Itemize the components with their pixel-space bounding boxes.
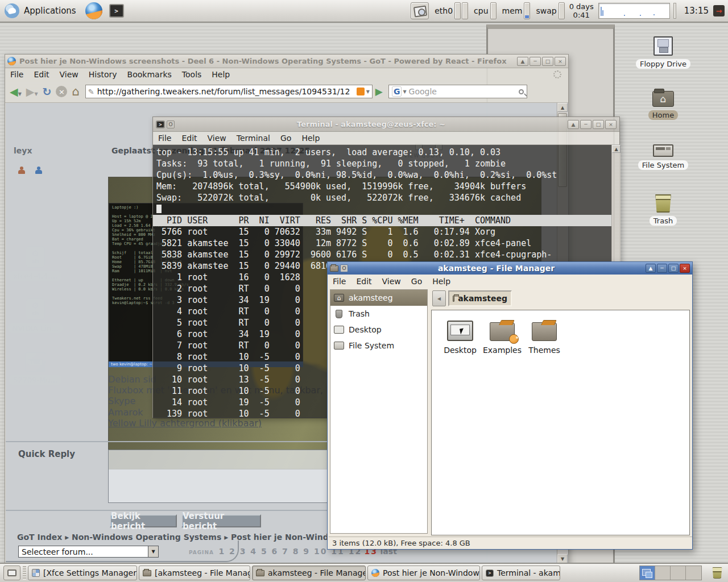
menu-history[interactable]: History: [84, 68, 122, 81]
view-message-button[interactable]: Bekijk bericht: [110, 514, 177, 527]
terminal-titlebar[interactable]: > O Terminal - akamsteeg@zeus-xfce: ~ ▲ …: [153, 117, 619, 132]
examples-mascot-icon: [509, 334, 519, 344]
maximize-button[interactable]: □: [668, 264, 679, 273]
menu-view[interactable]: View: [55, 68, 84, 81]
task-button-file-manager-min[interactable]: [akamsteeg - File Manag...: [139, 566, 250, 580]
desktop-icon-file-system[interactable]: File System: [636, 144, 690, 170]
close-button[interactable]: ×: [680, 264, 690, 273]
minimize-button[interactable]: ─: [657, 264, 667, 273]
menu-go[interactable]: Go: [275, 132, 296, 144]
search-bar[interactable]: G ▼ Google: [388, 85, 527, 98]
trash-icon: [336, 310, 342, 318]
menu-bookmarks[interactable]: Bookmarks: [122, 68, 177, 81]
menu-edit[interactable]: Edit: [176, 132, 202, 144]
minimize-button[interactable]: ─: [580, 120, 592, 129]
google-logo-icon[interactable]: G: [392, 86, 402, 97]
panel-separator: [673, 3, 676, 19]
minimize-button[interactable]: ─: [530, 57, 541, 66]
menu-file[interactable]: File: [153, 132, 176, 144]
terminal-launcher-icon[interactable]: >: [109, 4, 124, 18]
shade-button[interactable]: ▲: [646, 264, 656, 273]
file-item-desktop[interactable]: Desktop: [441, 321, 479, 355]
workspace-3[interactable]: [671, 566, 686, 580]
workspace-pager[interactable]: [639, 566, 702, 580]
menu-edit[interactable]: Edit: [28, 68, 54, 81]
sidebar-item-desktop[interactable]: Desktop: [330, 322, 427, 338]
shade-button[interactable]: ▲: [568, 120, 579, 129]
file-manager-view[interactable]: Desktop Examples Themes: [431, 310, 690, 535]
search-dropdown-icon[interactable]: ▼: [403, 89, 406, 94]
menu-go[interactable]: Go: [406, 275, 427, 288]
scroll-up-button[interactable]: ▲: [612, 145, 621, 153]
desktop-icon-floppy-drive[interactable]: Floppy Drive: [636, 36, 690, 69]
file-manager-menubar: File Edit View Go Help: [328, 275, 692, 288]
menu-help[interactable]: Help: [206, 68, 235, 81]
desktop-icon-trash[interactable]: Trash: [636, 194, 690, 226]
menu-edit[interactable]: Edit: [351, 275, 377, 288]
file-manager-window: O akamsteeg - File Manager ▲ ─ □ × File …: [327, 261, 693, 550]
menu-file[interactable]: File: [328, 275, 351, 288]
task-button-firefox[interactable]: Post hier je Non-Windows...: [367, 566, 480, 580]
firefox-titlebar[interactable]: Post hier je Non-Windows screenshots - D…: [5, 55, 568, 68]
url-bar[interactable]: ✎ http://gathering.tweakers.net/forum/li…: [85, 85, 373, 98]
menu-tools[interactable]: Tools: [177, 68, 207, 81]
user-icon[interactable]: [17, 167, 26, 174]
magnifier-icon[interactable]: [519, 89, 524, 94]
close-button[interactable]: ×: [555, 57, 566, 66]
screenshot-tool-button[interactable]: [411, 2, 429, 19]
menu-view[interactable]: View: [202, 132, 231, 144]
desktop-icon-home[interactable]: ⌂ Home: [636, 91, 690, 120]
taskbar-trash-icon[interactable]: [712, 567, 722, 579]
sidebar-item-trash[interactable]: Trash: [330, 306, 427, 322]
task-button-file-manager[interactable]: akamsteeg - File Manager: [252, 566, 366, 580]
stop-button[interactable]: ×: [56, 86, 67, 97]
close-button[interactable]: ×: [605, 120, 617, 129]
sidebar-item-label: File System: [349, 341, 394, 350]
reload-button[interactable]: ↻: [43, 85, 52, 98]
workspace-1[interactable]: [640, 566, 655, 580]
rss-icon[interactable]: [357, 88, 365, 95]
forward-button[interactable]: ▶▼: [26, 85, 38, 98]
task-button-label: [akamsteeg - File Manag...: [155, 568, 250, 577]
scroll-down-button[interactable]: ▼: [557, 554, 568, 563]
go-button[interactable]: ▶: [375, 86, 383, 97]
maximize-button[interactable]: □: [593, 120, 604, 129]
file-manager-titlebar[interactable]: O akamsteeg - File Manager ▲ ─ □ ×: [328, 262, 692, 275]
menu-help[interactable]: Help: [296, 132, 325, 144]
taskbar-handle[interactable]: [23, 566, 26, 580]
back-button[interactable]: ◀▼: [10, 85, 22, 98]
back-button[interactable]: ◂: [432, 290, 446, 306]
workspace-4[interactable]: [686, 566, 701, 580]
maximize-button[interactable]: □: [542, 57, 553, 66]
url-dropdown-icon[interactable]: ▼: [366, 89, 370, 94]
file-item-examples[interactable]: Examples: [483, 321, 521, 355]
xfce-menu-icon[interactable]: [5, 3, 19, 18]
task-button-terminal[interactable]: > Terminal - akamsteeg@z...: [482, 566, 560, 580]
scroll-up-button[interactable]: ▲: [557, 103, 568, 112]
shade-button[interactable]: ▲: [517, 57, 528, 66]
user-message-icon[interactable]: [34, 167, 43, 174]
home-button[interactable]: ⌂: [72, 85, 79, 98]
sidebar-item-file-system[interactable]: File System: [330, 338, 427, 354]
show-desktop-button[interactable]: [3, 566, 20, 580]
path-button[interactable]: akamsteeg: [448, 290, 512, 306]
logout-icon[interactable]: →: [713, 5, 725, 16]
file-item-themes[interactable]: Themes: [526, 321, 563, 355]
menu-help[interactable]: Help: [427, 275, 456, 288]
terminal-cursor: [156, 205, 162, 213]
firefox-launcher-icon[interactable]: [85, 2, 102, 19]
send-message-button[interactable]: Verstuur bericht: [181, 514, 261, 527]
quick-reply-textarea[interactable]: [108, 450, 328, 503]
search-placeholder: Google: [409, 87, 519, 96]
file-manager-menu-icon: O: [340, 264, 348, 272]
post-author[interactable]: leyx: [14, 146, 32, 155]
task-button-xfce-settings[interactable]: [Xfce Settings Manager]: [28, 566, 137, 580]
workspace-2[interactable]: [655, 566, 671, 580]
menu-view[interactable]: View: [377, 275, 406, 288]
menu-file[interactable]: File: [5, 68, 28, 81]
trash-icon: [655, 194, 672, 213]
terminal-menubar: File Edit View Terminal Go Help: [153, 132, 619, 145]
sidebar-item-home[interactable]: ⌂ akamsteeg: [330, 290, 427, 306]
applications-menu[interactable]: Applications: [24, 6, 76, 16]
menu-terminal[interactable]: Terminal: [231, 132, 275, 144]
